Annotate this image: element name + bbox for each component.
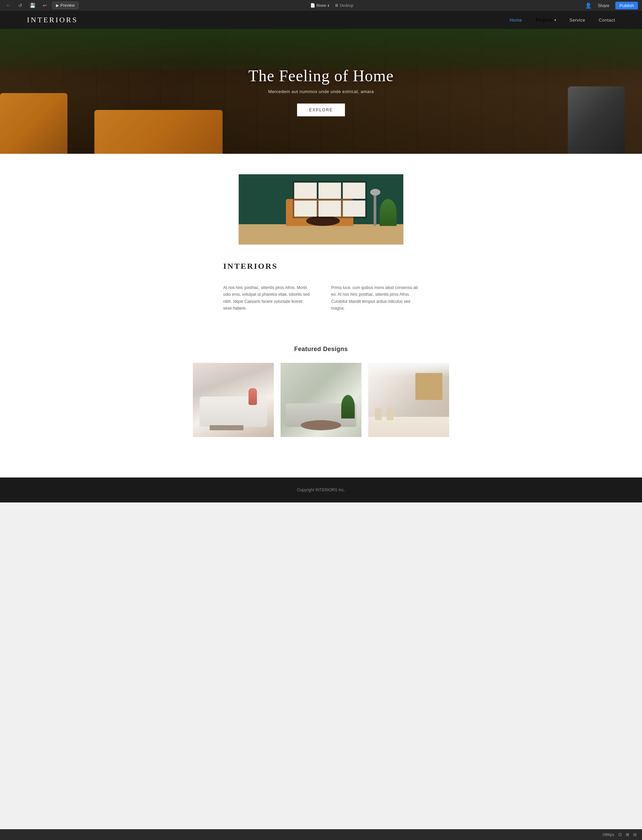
hero-content: The Feeling of Home Mercedem aut nummos …: [248, 66, 394, 116]
gallery-lamp-head: [370, 189, 380, 196]
gallery-picture-4: [294, 200, 317, 217]
gallery-picture-2: [318, 182, 341, 199]
nav-projects-label: Projects: [535, 17, 553, 23]
chevron-down-icon: ▾: [554, 18, 556, 22]
featured-grid: [0, 363, 642, 437]
hero-subtitle: Mercedem aut nummos unde unde extricat, …: [248, 89, 394, 94]
featured-section: Featured Designs: [0, 332, 642, 457]
page-name: Home: [317, 3, 326, 8]
hero-section: The Feeling of Home Mercedem aut nummos …: [0, 29, 642, 154]
play-icon: ▶: [56, 3, 59, 8]
featured-item-1[interactable]: [193, 363, 274, 437]
d2-table: [301, 420, 341, 430]
gallery-pictures: [293, 181, 367, 218]
refresh-icon[interactable]: ↺: [16, 2, 24, 10]
gallery-lamp-pole: [374, 192, 376, 226]
toolbar-right: 👤 Share Publish: [585, 2, 638, 10]
preview-button[interactable]: ▶ Preview: [52, 2, 79, 9]
gallery-plant: [380, 199, 397, 226]
expand-icon[interactable]: ⊞: [626, 832, 629, 837]
gallery-picture-5: [318, 200, 341, 217]
preview-label: Preview: [60, 3, 75, 8]
d1-vase: [248, 388, 257, 405]
interiors-col-2: Prima luce, cum quibus mons aliud consen…: [331, 284, 419, 312]
undo-icon[interactable]: ↩: [41, 2, 49, 10]
toolbar-center: 📄 Home ℹ 🖥 Desktop: [310, 3, 353, 8]
hero-plant-overlay: [0, 29, 642, 70]
d1-sofa: [199, 397, 267, 427]
site-nav: INTERIORS Home Projects ▾ Service Contac…: [0, 11, 642, 29]
design-image-3: [368, 363, 449, 437]
d2-plant: [341, 395, 355, 418]
nav-home[interactable]: Home: [510, 18, 522, 23]
d3-stool-2: [387, 409, 394, 420]
status-bar: 1886px ⊡ ⊞ ⊟: [0, 829, 642, 840]
nav-contact[interactable]: Contact: [599, 18, 615, 23]
design-image-1: [193, 363, 274, 437]
interiors-columns: At nos hinc posthac, sitientis piros Afr…: [223, 284, 419, 312]
publish-button[interactable]: Publish: [615, 2, 638, 10]
site-logo: INTERIORS: [27, 16, 78, 24]
settings-icon[interactable]: ⊟: [633, 832, 637, 837]
d1-table: [210, 425, 243, 430]
back-icon[interactable]: ←: [4, 2, 13, 10]
page-icon: 📄: [310, 3, 315, 8]
hero-cta-button[interactable]: EXPLORE: [297, 104, 345, 116]
gallery-container: ›: [238, 174, 404, 245]
monitor-icon: 🖥: [334, 3, 339, 8]
interiors-col-1: At nos hinc posthac, sitientis piros Afr…: [223, 284, 311, 312]
hero-chair-right: [568, 86, 625, 154]
gallery-image: [239, 174, 403, 245]
interiors-title: INTERIORS: [223, 262, 419, 271]
hero-sofa-left: [0, 93, 67, 154]
responsive-icon[interactable]: ⊡: [618, 832, 622, 837]
interiors-section: INTERIORS At nos hinc posthac, sitientis…: [203, 262, 439, 332]
toolbar: ← ↺ 💾 ↩ ▶ Preview 📄 Home ℹ 🖥 Desktop 👤 S…: [0, 0, 642, 11]
d3-stools: [375, 409, 394, 420]
featured-title: Featured Designs: [0, 345, 642, 353]
desktop-label: Desktop: [340, 3, 353, 8]
site-menu: Home Projects ▾ Service Contact: [510, 17, 615, 23]
zoom-level: 1886px: [602, 832, 614, 837]
info-icon: ℹ: [328, 4, 329, 7]
gallery-next-button[interactable]: ›: [403, 204, 404, 214]
site-footer: Copyright INTERIORS Inc.: [0, 477, 642, 503]
featured-item-2[interactable]: [280, 363, 362, 437]
desktop-button[interactable]: 🖥 Desktop: [334, 3, 353, 8]
nav-service[interactable]: Service: [569, 18, 585, 23]
website-canvas: INTERIORS Home Projects ▾ Service Contac…: [0, 11, 642, 503]
design-image-2: [280, 363, 362, 437]
main-content: › INTERIORS At nos hinc posthac, sitient…: [0, 154, 642, 477]
page-indicator: 📄 Home ℹ: [310, 3, 329, 8]
hero-title: The Feeling of Home: [248, 66, 394, 85]
footer-copyright: Copyright INTERIORS Inc.: [10, 488, 632, 492]
hero-sofa-center: [94, 110, 222, 154]
featured-item-3[interactable]: [368, 363, 449, 437]
gallery-picture-6: [342, 200, 365, 217]
gallery-picture-1: [294, 182, 317, 199]
nav-projects[interactable]: Projects ▾: [535, 17, 556, 23]
toolbar-left: ← ↺ 💾 ↩ ▶ Preview: [4, 2, 79, 10]
share-button[interactable]: Share: [595, 2, 612, 9]
save-icon[interactable]: 💾: [28, 2, 37, 10]
gallery-floor: [239, 224, 403, 245]
user-avatar[interactable]: 👤: [585, 2, 592, 9]
d3-cabinet: [415, 373, 443, 400]
gallery-section: ›: [0, 174, 642, 245]
gallery-picture-3: [342, 182, 365, 199]
d3-stool-1: [375, 409, 382, 420]
